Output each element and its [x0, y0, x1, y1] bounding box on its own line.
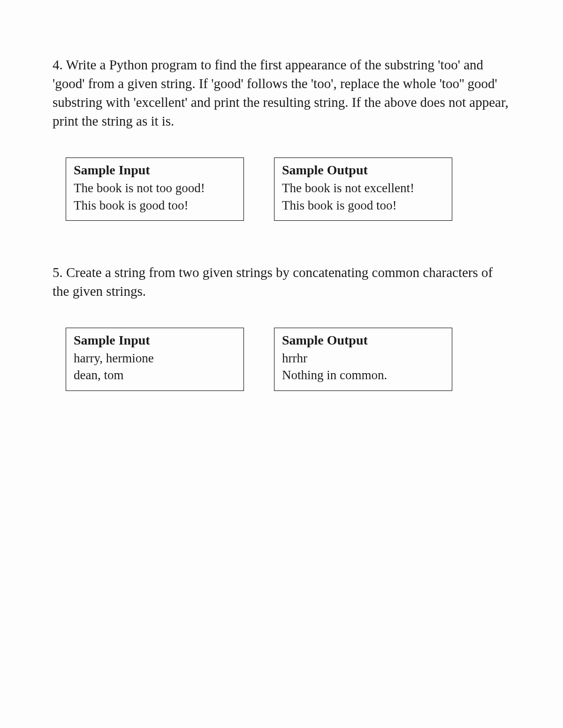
sample-input-heading: Sample Input [74, 163, 236, 178]
sample-input-line-1: The book is not too good! [74, 180, 236, 196]
question-5-number: 5. [53, 265, 63, 280]
question-4-sample-output-box: Sample Output The book is not excellent!… [274, 158, 452, 221]
sample-output-line-1: hrrhr [282, 350, 444, 367]
document-page: 4. Write a Python program to find the fi… [0, 0, 563, 728]
question-5-text: 5. Create a string from two given string… [53, 263, 510, 300]
question-4-number: 4. [53, 57, 63, 72]
question-4-text: 4. Write a Python program to find the fi… [53, 55, 510, 130]
sample-output-heading: Sample Output [282, 333, 444, 348]
sample-output-line-2: Nothing in common. [282, 367, 444, 383]
question-4-sample-input-box: Sample Input The book is not too good! T… [66, 158, 244, 221]
question-5-sample-output-box: Sample Output hrrhr Nothing in common. [274, 328, 452, 391]
sample-output-line-2: This book is good too! [282, 197, 444, 214]
question-4-body: Write a Python program to find the first… [53, 57, 509, 128]
sample-output-line-1: The book is not excellent! [282, 180, 444, 196]
question-5-body: Create a string from two given strings b… [53, 265, 493, 299]
sample-input-heading: Sample Input [74, 333, 236, 348]
sample-output-heading: Sample Output [282, 163, 444, 178]
sample-input-line-2: dean, tom [74, 367, 236, 383]
question-4-io-row: Sample Input The book is not too good! T… [53, 158, 510, 221]
question-5-io-row: Sample Input harry, hermione dean, tom S… [53, 328, 510, 391]
question-5-sample-input-box: Sample Input harry, hermione dean, tom [66, 328, 244, 391]
sample-input-line-2: This book is good too! [74, 197, 236, 214]
sample-input-line-1: harry, hermione [74, 350, 236, 367]
